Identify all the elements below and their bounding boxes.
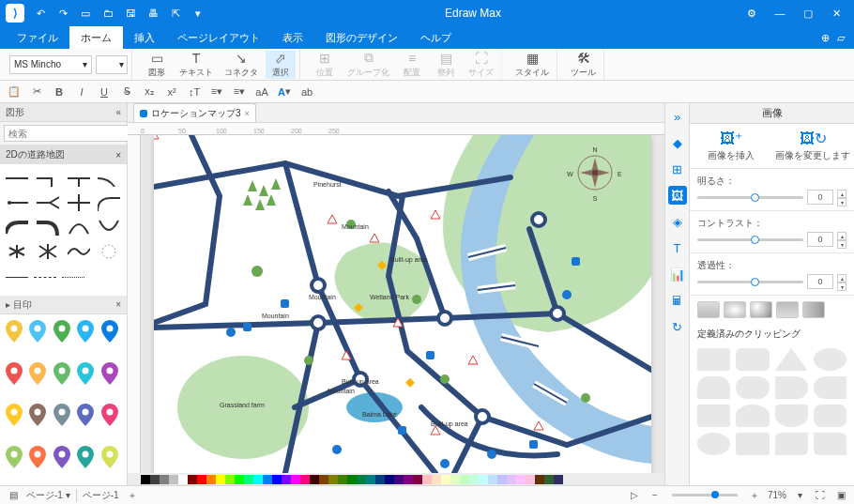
- line-dotted[interactable]: [62, 277, 84, 290]
- spacing-button[interactable]: ↕T: [186, 84, 203, 100]
- redo-button[interactable]: ↷: [54, 5, 71, 22]
- case-button[interactable]: aA: [253, 84, 270, 100]
- map-pin[interactable]: [6, 362, 23, 385]
- palette-swatch[interactable]: [507, 475, 516, 484]
- map-pin[interactable]: [53, 446, 70, 468]
- calc-panel-icon[interactable]: 🖩: [668, 291, 687, 310]
- insert-image-button[interactable]: 🖼⁺画像を挿入: [690, 124, 772, 168]
- palette-swatch[interactable]: [404, 475, 413, 484]
- road-straight[interactable]: [6, 170, 28, 187]
- print-button[interactable]: 🖶: [145, 5, 161, 22]
- position-tool[interactable]: ⊞位置: [310, 51, 340, 79]
- text-tool[interactable]: Tテキスト: [175, 51, 217, 79]
- underline-button[interactable]: U: [96, 84, 113, 100]
- expand-panel-icon[interactable]: »: [668, 107, 687, 126]
- road-circle[interactable]: [98, 243, 120, 260]
- road-cross[interactable]: [68, 194, 90, 211]
- palette-swatch[interactable]: [291, 475, 300, 484]
- palette-swatch[interactable]: [375, 475, 385, 484]
- map-pin[interactable]: [29, 404, 46, 426]
- map-pin[interactable]: [101, 404, 118, 426]
- road-arc2[interactable]: [98, 219, 120, 236]
- palette-swatch[interactable]: [188, 475, 197, 484]
- collapse-left-icon[interactable]: «: [115, 107, 121, 117]
- close-button[interactable]: ✕: [824, 4, 848, 23]
- map-pin[interactable]: [77, 446, 94, 468]
- doc-tab[interactable]: ロケーションマップ3 ×: [133, 103, 256, 122]
- fullscreen-button[interactable]: ▣: [833, 488, 848, 503]
- category-header[interactable]: 2Dの道路地図 ×: [0, 145, 127, 164]
- close-tab-icon[interactable]: ×: [245, 109, 250, 118]
- map-pin[interactable]: [53, 362, 70, 385]
- zoom-slider[interactable]: [672, 494, 738, 496]
- palette-swatch[interactable]: [263, 475, 272, 484]
- page-list-icon[interactable]: ▤: [6, 488, 21, 503]
- contrast-value[interactable]: 0: [807, 232, 833, 247]
- qat-dropdown[interactable]: ▾: [190, 5, 206, 22]
- clip-shape5[interactable]: [697, 405, 730, 427]
- road-star[interactable]: [6, 243, 28, 260]
- clip-ellipse[interactable]: [814, 348, 846, 371]
- settings-icon[interactable]: ⚙: [740, 4, 764, 23]
- road-arc[interactable]: [68, 219, 90, 236]
- palette-swatch[interactable]: [150, 475, 160, 484]
- contrast-slider[interactable]: [697, 238, 803, 241]
- maximize-button[interactable]: ▢: [796, 4, 820, 23]
- palette-swatch[interactable]: [366, 475, 375, 484]
- tab-file[interactable]: ファイル: [6, 26, 69, 49]
- play-button[interactable]: ▷: [627, 488, 642, 503]
- align-left-button[interactable]: ≡▾: [231, 84, 248, 100]
- clip-shape2[interactable]: [736, 376, 769, 399]
- palette-swatch[interactable]: [432, 475, 441, 484]
- brightness-value[interactable]: 0: [807, 190, 833, 205]
- map-pin[interactable]: [101, 320, 118, 343]
- palette-swatch[interactable]: [244, 475, 253, 484]
- zoom-in-button[interactable]: ＋: [747, 488, 762, 503]
- shape-tool[interactable]: ▭図形: [142, 51, 172, 79]
- tab-insert[interactable]: 挿入: [123, 26, 166, 49]
- italic-button[interactable]: I: [73, 84, 90, 100]
- palette-swatch[interactable]: [319, 475, 328, 484]
- road-thick-l[interactable]: [6, 219, 28, 236]
- map-pin[interactable]: [29, 320, 46, 343]
- export-button[interactable]: ⇱: [167, 5, 184, 22]
- palette-swatch[interactable]: [357, 475, 366, 484]
- close-category-icon[interactable]: ×: [115, 150, 121, 160]
- palette-swatch[interactable]: [488, 475, 497, 484]
- clip-shape8[interactable]: [814, 405, 846, 427]
- palette-swatch[interactable]: [282, 475, 291, 484]
- palette-swatch[interactable]: [141, 475, 150, 484]
- palette-swatch[interactable]: [479, 475, 488, 484]
- bullets-button[interactable]: ≡▾: [208, 84, 225, 100]
- palette-swatch[interactable]: [160, 475, 169, 484]
- pins-expand-icon[interactable]: ▸ 目印: [6, 298, 32, 312]
- fx-4[interactable]: [776, 301, 799, 318]
- select-tool[interactable]: ⬀選択: [266, 51, 296, 79]
- map-pin[interactable]: [101, 362, 118, 385]
- transparency-down[interactable]: ▾: [837, 283, 846, 291]
- history-panel-icon[interactable]: ↻: [668, 317, 687, 336]
- palette-swatch[interactable]: [216, 475, 225, 484]
- palette-swatch[interactable]: [197, 475, 206, 484]
- canvas-viewport[interactable]: N S E W Pinehurst Mountain Mountain Moun…: [141, 135, 664, 473]
- subscript-button[interactable]: x₂: [141, 84, 158, 100]
- palette-swatch[interactable]: [394, 475, 404, 484]
- map-pin[interactable]: [6, 404, 23, 426]
- palette-swatch[interactable]: [497, 475, 507, 484]
- minimize-button[interactable]: —: [768, 4, 792, 23]
- page-selector[interactable]: ページ-1 ▾: [26, 489, 70, 502]
- tab-view[interactable]: 表示: [271, 26, 314, 49]
- tab-help[interactable]: ヘルプ: [409, 26, 463, 49]
- superscript-button[interactable]: x²: [163, 84, 180, 100]
- page-tab-label[interactable]: ページ-1: [83, 489, 119, 502]
- text-panel-icon[interactable]: T: [668, 238, 687, 257]
- transparency-up[interactable]: ▴: [837, 274, 846, 283]
- map-pin[interactable]: [29, 362, 46, 385]
- strike-button[interactable]: S̶: [118, 84, 135, 100]
- open-button[interactable]: 🗀: [99, 5, 116, 22]
- chart-panel-icon[interactable]: 📊: [668, 265, 687, 283]
- theme-panel-icon[interactable]: ◆: [668, 133, 687, 152]
- group-tool[interactable]: ⧉グループ化: [343, 50, 393, 79]
- theme-icon[interactable]: ⊕: [821, 32, 830, 44]
- palette-swatch[interactable]: [422, 475, 432, 484]
